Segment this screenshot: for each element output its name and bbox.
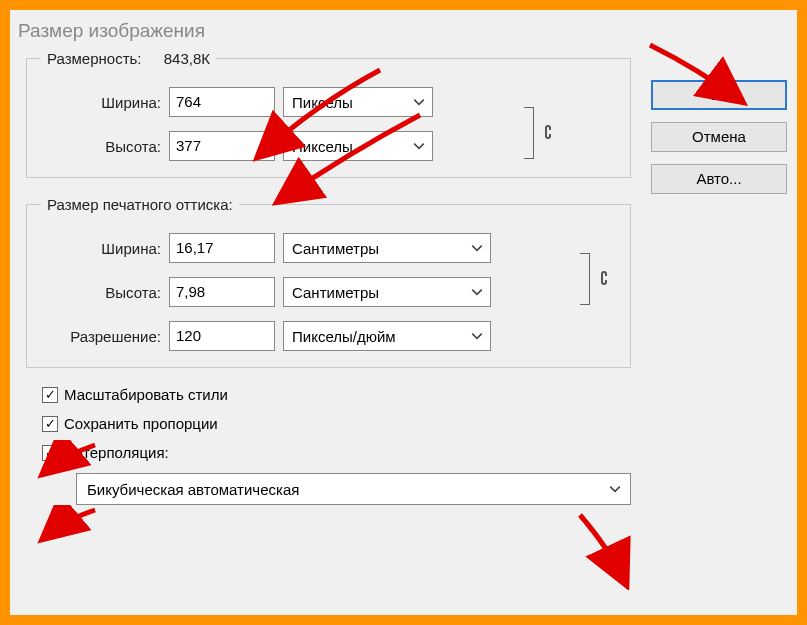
link-icon[interactable]: [594, 267, 614, 289]
pixel-height-unit-select[interactable]: Пикселы: [283, 131, 433, 161]
ok-button[interactable]: ОК: [651, 80, 787, 110]
chevron-down-icon: [412, 139, 426, 153]
interpolation-checkbox[interactable]: ✓ Интерполяция:: [42, 444, 631, 461]
resolution-input[interactable]: 120: [169, 321, 275, 351]
checkbox-icon: ✓: [42, 387, 58, 403]
print-width-unit-select[interactable]: Сантиметры: [283, 233, 491, 263]
chevron-down-icon: [608, 482, 622, 496]
chevron-down-icon: [470, 329, 484, 343]
interpolation-method-select[interactable]: Бикубическая автоматическая: [76, 473, 631, 505]
scale-styles-label: Масштабировать стили: [64, 386, 228, 403]
interpolation-label: Интерполяция:: [64, 444, 169, 461]
auto-button[interactable]: Авто...: [651, 164, 787, 194]
checkbox-icon: ✓: [42, 416, 58, 432]
scale-styles-checkbox[interactable]: ✓ Масштабировать стили: [42, 386, 631, 403]
pixel-dimensions-legend: Размерность: 843,8К: [41, 50, 216, 67]
link-bracket: [524, 107, 534, 159]
dialog-title: Размер изображения: [10, 10, 797, 50]
print-size-group: Размер печатного оттиска: Ширина: 16,17 …: [26, 196, 631, 368]
link-icon[interactable]: [538, 121, 558, 143]
print-height-unit-select[interactable]: Сантиметры: [283, 277, 491, 307]
chevron-down-icon: [470, 285, 484, 299]
pixel-dimensions-group: Размерность: 843,8К Ширина: 764 Пикселы …: [26, 50, 631, 178]
annotation-arrow: [35, 505, 105, 545]
resolution-unit-select[interactable]: Пикселы/дюйм: [283, 321, 491, 351]
file-size-text: 843,8К: [164, 50, 210, 67]
print-width-input[interactable]: 16,17: [169, 233, 275, 263]
pixel-width-unit-select[interactable]: Пикселы: [283, 87, 433, 117]
constrain-label: Сохранить пропорции: [64, 415, 218, 432]
height-label: Высота:: [41, 138, 161, 155]
pixel-height-input[interactable]: 377: [169, 131, 275, 161]
print-height-input[interactable]: 7,98: [169, 277, 275, 307]
resolution-label: Разрешение:: [41, 328, 161, 345]
chevron-down-icon: [412, 95, 426, 109]
link-bracket: [580, 253, 590, 305]
pixel-width-input[interactable]: 764: [169, 87, 275, 117]
checkbox-icon: ✓: [42, 445, 58, 461]
width-label: Ширина:: [41, 94, 161, 111]
annotation-arrow: [570, 510, 650, 590]
cancel-button[interactable]: Отмена: [651, 122, 787, 152]
print-width-label: Ширина:: [41, 240, 161, 257]
print-size-legend: Размер печатного оттиска:: [41, 196, 239, 213]
chevron-down-icon: [470, 241, 484, 255]
print-height-label: Высота:: [41, 284, 161, 301]
constrain-proportions-checkbox[interactable]: ✓ Сохранить пропорции: [42, 415, 631, 432]
